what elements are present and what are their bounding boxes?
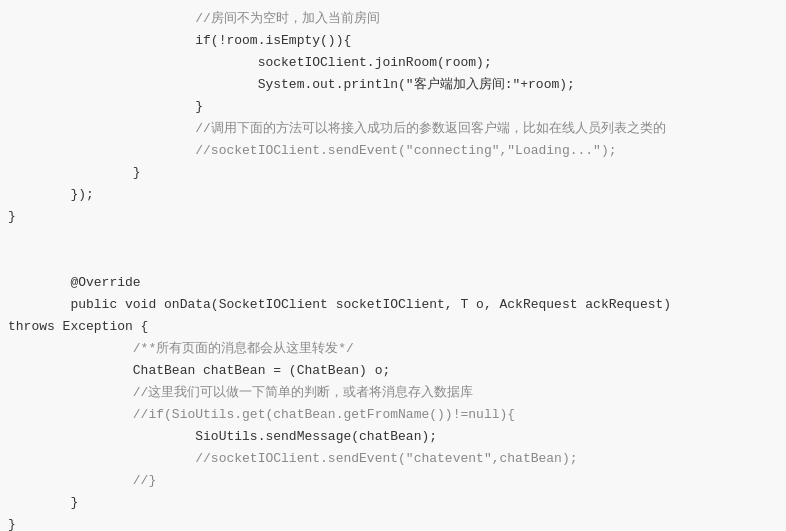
- code-line: //}: [0, 470, 786, 492]
- line-content: });: [0, 185, 94, 205]
- line-content: }: [0, 97, 203, 117]
- line-content: //}: [0, 471, 156, 491]
- line-content: ChatBean chatBean = (ChatBean) o;: [0, 361, 390, 381]
- line-content: public void onData(SocketIOClient socket…: [0, 295, 671, 315]
- line-content: throws Exception {: [0, 317, 148, 337]
- code-line: public void onData(SocketIOClient socket…: [0, 294, 786, 316]
- code-line: [0, 250, 786, 272]
- code-line: System.out.println("客户端加入房间:"+room);: [0, 74, 786, 96]
- code-line: //这里我们可以做一下简单的判断，或者将消息存入数据库: [0, 382, 786, 404]
- line-content: }: [0, 163, 141, 183]
- line-content: if(!room.isEmpty()){: [0, 31, 351, 51]
- code-line: socketIOClient.joinRoom(room);: [0, 52, 786, 74]
- line-content: }: [0, 493, 78, 513]
- code-line: throws Exception {: [0, 316, 786, 338]
- code-line: @Override: [0, 272, 786, 294]
- line-content: }: [0, 207, 16, 227]
- code-line: }: [0, 492, 786, 514]
- code-line: }: [0, 162, 786, 184]
- code-line: //if(SioUtils.get(chatBean.getFromName()…: [0, 404, 786, 426]
- line-content: //这里我们可以做一下简单的判断，或者将消息存入数据库: [0, 383, 473, 403]
- code-line: });: [0, 184, 786, 206]
- line-content: System.out.println("客户端加入房间:"+room);: [0, 75, 575, 95]
- code-line: SioUtils.sendMessage(chatBean);: [0, 426, 786, 448]
- code-line: }: [0, 206, 786, 228]
- line-content: socketIOClient.joinRoom(room);: [0, 53, 492, 73]
- code-line: /**所有页面的消息都会从这里转发*/: [0, 338, 786, 360]
- line-content: /**所有页面的消息都会从这里转发*/: [0, 339, 354, 359]
- code-line: //调用下面的方法可以将接入成功后的参数返回客户端，比如在线人员列表之类的: [0, 118, 786, 140]
- code-line: }: [0, 514, 786, 531]
- code-line: ChatBean chatBean = (ChatBean) o;: [0, 360, 786, 382]
- line-content: @Override: [0, 273, 141, 293]
- line-content: //socketIOClient.sendEvent("connecting",…: [0, 141, 617, 161]
- line-content: //调用下面的方法可以将接入成功后的参数返回客户端，比如在线人员列表之类的: [0, 119, 666, 139]
- line-content: //房间不为空时，加入当前房间: [0, 9, 380, 29]
- code-container: //房间不为空时，加入当前房间 if(!room.isEmpty()){ soc…: [0, 0, 786, 531]
- line-content: }: [0, 515, 16, 531]
- code-line: //socketIOClient.sendEvent("chatevent",c…: [0, 448, 786, 470]
- code-line: [0, 228, 786, 250]
- code-line: }: [0, 96, 786, 118]
- code-line: //房间不为空时，加入当前房间: [0, 8, 786, 30]
- code-line: if(!room.isEmpty()){: [0, 30, 786, 52]
- line-content: SioUtils.sendMessage(chatBean);: [0, 427, 437, 447]
- code-line: //socketIOClient.sendEvent("connecting",…: [0, 140, 786, 162]
- code-block: //房间不为空时，加入当前房间 if(!room.isEmpty()){ soc…: [0, 8, 786, 531]
- line-content: //if(SioUtils.get(chatBean.getFromName()…: [0, 405, 515, 425]
- line-content: //socketIOClient.sendEvent("chatevent",c…: [0, 449, 578, 469]
